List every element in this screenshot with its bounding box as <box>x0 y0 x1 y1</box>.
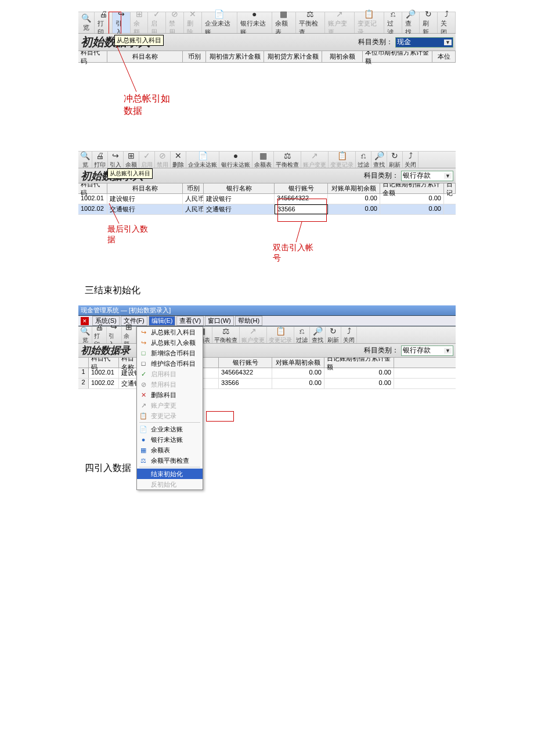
search-button[interactable]: 🔎查找 <box>402 12 420 33</box>
toolbar-label: 余额 <box>125 161 137 169</box>
menu-item-icon: ↪ <box>139 328 147 336</box>
import-button[interactable]: ↪引入 <box>108 152 124 168</box>
filter-button[interactable]: ⎌过滤 <box>384 12 402 33</box>
cell-code: 1002.02 <box>89 379 119 388</box>
search-button[interactable]: 🔎查找 <box>371 152 387 168</box>
close-button[interactable]: ⤴关闭 <box>438 12 456 33</box>
balance-button[interactable]: ⊞余额 <box>124 152 139 168</box>
category-select[interactable]: 银行存款▼ <box>401 171 453 181</box>
close-icon[interactable]: ✕ <box>81 317 89 325</box>
annotation-arrow-2 <box>293 222 311 245</box>
column-header: 币别 <box>183 51 206 62</box>
import-icon: ↪ <box>109 322 118 332</box>
menu-item-icon: ▦ <box>139 446 147 454</box>
menu-item-icon: ✕ <box>139 391 147 399</box>
menu-item-从总账引入科目[interactable]: ↪从总账引入科目 <box>137 327 203 337</box>
column-header: 科目名称 <box>107 51 183 62</box>
change-log-button: 📋变更记录 <box>329 152 356 168</box>
menu-item-结束初始化[interactable]: 结束初始化 <box>137 469 203 479</box>
balance-check-button[interactable]: ⚖平衡检查 <box>212 327 240 343</box>
account-change-button: ↗账户变更 <box>301 152 329 168</box>
menu-item-label: 新增综合币科目 <box>151 349 196 358</box>
menu-item[interactable]: 窗口(W) <box>205 316 234 326</box>
refresh-button[interactable]: ↻刷新 <box>387 152 403 168</box>
table-row[interactable]: 11002.01建设银行币建设银行3456643220.000.00 <box>78 368 456 379</box>
column-header: 币别 <box>183 183 204 193</box>
table-row[interactable]: 21002.02交通银行币交通银行335660.000.00 <box>78 379 456 389</box>
chevron-down-icon: ▼ <box>444 348 452 354</box>
menu-item[interactable]: 查看(V) <box>176 316 204 326</box>
filter-button[interactable]: ⎌过滤 <box>356 152 371 168</box>
import-button[interactable]: ↪引入 <box>107 327 121 343</box>
disable-button: ⊘禁用 <box>155 152 171 168</box>
search-icon: 🔎 <box>313 326 322 336</box>
balance-check-button[interactable]: ⚖平衡检查 <box>296 12 326 33</box>
bank-outstanding-button[interactable]: ●银行未达账 <box>237 12 273 33</box>
column-header: 日记账期初借方累计金额 <box>324 358 394 368</box>
table-row[interactable]: 1002.02交通银行人民币交通银行335660.000.00 <box>78 204 456 215</box>
category-select[interactable]: 现金▼ <box>395 37 453 48</box>
filter-button[interactable]: ⎌过滤 <box>294 327 310 343</box>
menu-item-维护综合币科目[interactable]: □维护综合币科目 <box>137 358 203 369</box>
close-button[interactable]: ⤴关闭 <box>403 152 418 168</box>
refresh-icon: ↻ <box>329 326 338 336</box>
edit-menu-dropdown[interactable]: ↪从总账引入科目↪从总账引入余额□新增综合币科目□维护综合币科目✓启用科目⊘禁用… <box>136 326 203 490</box>
balance-check-icon: ⚖ <box>306 9 315 19</box>
delete-button[interactable]: ✕删除 <box>171 152 186 168</box>
menu-item-从总账引入余额[interactable]: ↪从总账引入余额 <box>137 337 203 348</box>
preview-button[interactable]: 🔍览 <box>78 152 92 168</box>
toolbar-label: 览 <box>82 161 88 169</box>
change-log-button: 📋变更记录 <box>267 327 294 343</box>
category-select[interactable]: 银行存款▼ <box>401 345 453 356</box>
menu-item[interactable]: 编辑(E) <box>149 316 176 326</box>
menu-item-企业未达账[interactable]: 📄企业未达账 <box>137 424 203 434</box>
cell-deb: 0.00 <box>380 204 444 214</box>
preview-button[interactable]: 🔍览 <box>78 327 92 343</box>
toolbar-label: 账户变更 <box>241 336 265 344</box>
enable-button: ✓启用 <box>139 152 155 168</box>
balance-sheet-button[interactable]: ▦余额表 <box>272 12 296 33</box>
refresh-button[interactable]: ↻刷新 <box>326 327 341 343</box>
disable-icon: ⊘ <box>158 151 167 160</box>
filter-icon: ⎌ <box>359 151 368 160</box>
cell-code: 1002.02 <box>78 204 107 214</box>
menu-item-余额表[interactable]: ▦余额表 <box>137 445 203 455</box>
balance-sheet-button[interactable]: ▦余额表 <box>252 152 274 168</box>
menu-item-icon: 📄 <box>139 425 147 433</box>
menu-item[interactable]: 帮助(H) <box>235 316 262 326</box>
menu-item-余额平衡检查[interactable]: ⚖余额平衡检查 <box>137 455 203 466</box>
column-header: 银行账号 <box>275 183 328 193</box>
corp-outstanding-button[interactable]: 📄企业未达账 <box>202 12 237 33</box>
menu-item-删除科目[interactable]: ✕删除科目 <box>137 390 203 400</box>
category-label: 科目类别： <box>364 171 399 181</box>
menu-item-新增综合币科目[interactable]: □新增综合币科目 <box>137 348 203 358</box>
menu-item-label: 余额平衡检查 <box>151 456 189 465</box>
cell-curr: 人民币 <box>183 194 204 204</box>
toolbar-label: 禁用 <box>157 161 168 169</box>
cell-bal: 0.00 <box>272 368 324 378</box>
bank-outstanding-button[interactable]: ●银行未达账 <box>219 152 252 168</box>
close-button[interactable]: ⤴关闭 <box>341 327 357 343</box>
section-heading-3: 三结束初始化 <box>85 285 534 297</box>
balance-check-button[interactable]: ⚖平衡检查 <box>274 152 301 168</box>
delete-icon: ✕ <box>188 9 197 19</box>
cell-code: 1002.01 <box>89 368 119 378</box>
menu-item-icon: ✓ <box>139 370 147 378</box>
table-row[interactable]: 1002.01建设银行人民币建设银行3456643220.000.00 <box>78 194 456 204</box>
balance-button[interactable]: ⊞余额 <box>122 327 136 343</box>
corp-outstanding-button[interactable]: 📄企业未达账 <box>186 152 219 168</box>
toolbar-label: 平衡检查 <box>276 161 299 169</box>
preview-button[interactable]: 🔍览 <box>78 12 95 33</box>
menu-item-icon: ↗ <box>139 401 147 409</box>
refresh-button[interactable]: ↻刷新 <box>420 12 438 33</box>
balance-icon: ⊞ <box>135 9 144 19</box>
menu-item-账户变更: ↗账户变更 <box>137 400 203 411</box>
menu-item-label: 禁用科目 <box>151 380 176 389</box>
balance-button: ⊞余额 <box>131 12 149 33</box>
menu-item-银行未达账[interactable]: ●银行未达账 <box>137 434 203 445</box>
search-button[interactable]: 🔎查找 <box>310 327 326 343</box>
print-button[interactable]: 🖨打印 <box>92 152 108 168</box>
print-button[interactable]: 🖨打印 <box>92 327 107 343</box>
close-icon: ⤴ <box>344 326 353 336</box>
toolbar-label: 银行未达账 <box>221 161 250 169</box>
